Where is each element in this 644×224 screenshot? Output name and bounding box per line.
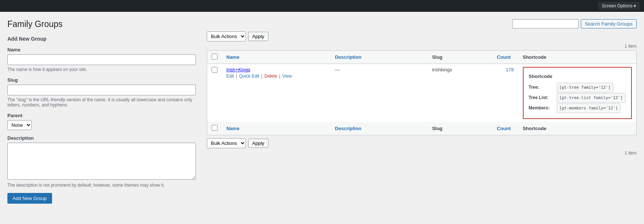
row-description: — — [335, 67, 340, 72]
form-heading: Add New Group — [7, 36, 196, 42]
tree-label: Tree: — [529, 84, 554, 92]
top-bulk-bar: Bulk Actions Apply — [207, 31, 637, 41]
shortcode-panel: Shortcode Tree: [gt-tree family='12'] Tr… — [523, 67, 632, 119]
items-count: 1 item — [207, 44, 637, 49]
footer-name-col: Name — [222, 122, 330, 135]
name-row: Name The name is how it appears on your … — [7, 47, 196, 72]
parent-select[interactable]: None — [7, 120, 32, 130]
shortcode-header-label: Shortcode — [523, 54, 547, 60]
members-label: Members: — [529, 104, 554, 112]
members-shortcode-row: Members: [gt-members family='12'] — [529, 103, 626, 113]
description-sort-link[interactable]: Description — [335, 54, 362, 60]
shortcode-title: Shortcode — [529, 72, 626, 81]
footer-checkbox-col — [207, 122, 222, 135]
select-all-checkbox[interactable] — [212, 54, 217, 60]
quick-edit-link[interactable]: Quick Edit — [239, 74, 259, 79]
footer-name-link[interactable]: Name — [226, 126, 239, 131]
tree-list-label: Tree List: — [529, 94, 554, 102]
row-name-cell: Irish+Kings Edit | Quick Edit | Delete |… — [222, 64, 330, 122]
top-bulk-select[interactable]: Bulk Actions — [207, 31, 246, 41]
separator-1: | — [236, 74, 238, 79]
top-apply-button[interactable]: Apply — [248, 32, 268, 41]
separator-3: | — [279, 74, 281, 79]
footer-count-link[interactable]: Count — [497, 126, 511, 131]
row-shortcode-cell: Shortcode Tree: [gt-tree family='12'] Tr… — [518, 64, 637, 122]
main-wrap: Family Groups Add New Group Name The nam… — [0, 12, 644, 204]
slug-header-label: Slug — [432, 54, 442, 60]
footer-shortcode-label: Shortcode — [523, 126, 547, 131]
row-checkbox[interactable] — [212, 67, 217, 73]
bottom-bulk-select[interactable]: Bulk Actions — [207, 138, 246, 148]
slug-label: Slug — [7, 77, 196, 83]
count-sort-link[interactable]: Count — [497, 54, 511, 60]
header-count-col: Count — [493, 51, 518, 64]
view-link[interactable]: View — [282, 74, 292, 79]
footer-select-all-checkbox[interactable] — [212, 125, 217, 131]
group-name-link[interactable]: Irish+Kings — [226, 67, 250, 72]
footer-slug-label: Slug — [432, 126, 442, 131]
tree-shortcode-row: Tree: [gt-tree family='12'] — [529, 83, 626, 92]
row-count-cell: 178 — [493, 64, 518, 122]
description-row: Description The description is not promi… — [7, 135, 196, 188]
name-help: The name is how it appears on your site. — [7, 67, 196, 72]
footer-description-link[interactable]: Description — [335, 126, 362, 131]
edit-link[interactable]: Edit — [226, 74, 234, 79]
tree-code[interactable]: [gt-tree family='12'] — [557, 83, 613, 92]
row-description-cell: — — [330, 64, 428, 122]
row-actions: Edit | Quick Edit | Delete | View — [226, 74, 326, 79]
groups-table: Name Description Slug Count Shortcode — [207, 50, 637, 135]
description-label: Description — [7, 135, 196, 141]
parent-label: Parent — [7, 113, 196, 118]
footer-description-col: Description — [330, 122, 428, 135]
description-textarea[interactable] — [7, 143, 196, 180]
row-slug-cell: irishkings — [428, 64, 492, 122]
separator-2: | — [261, 74, 264, 79]
table-header-row: Name Description Slug Count Shortcode — [207, 51, 637, 64]
table-row: Irish+Kings Edit | Quick Edit | Delete |… — [207, 64, 637, 122]
tree-list-shortcode-row: Tree List: [gt-tree-list family='12'] — [529, 93, 626, 103]
slug-row: Slug The "slug" is the URL-friendly vers… — [7, 77, 196, 108]
header-shortcode-col: Shortcode — [518, 51, 637, 64]
header-checkbox-col — [207, 51, 222, 64]
table-footer-row: Name Description Slug Count Shortcode — [207, 122, 637, 135]
footer-slug-col: Slug — [428, 122, 492, 135]
left-column: Family Groups Add New Group Name The nam… — [7, 19, 207, 204]
footer-count-col: Count — [493, 122, 518, 135]
name-input[interactable] — [7, 54, 196, 65]
row-checkbox-cell — [207, 64, 222, 122]
bottom-items-count: 1 item — [207, 150, 637, 156]
tree-list-code[interactable]: [gt-tree-list family='12'] — [557, 93, 626, 103]
count-link[interactable]: 178 — [506, 67, 514, 72]
header-slug-col: Slug — [428, 51, 492, 64]
footer-shortcode-col: Shortcode — [518, 122, 637, 135]
page-title: Family Groups — [7, 19, 196, 29]
row-slug: irishkings — [432, 67, 452, 72]
header-name-col: Name — [222, 51, 330, 64]
slug-input[interactable] — [7, 85, 196, 95]
add-new-group-button[interactable]: Add New Group — [7, 193, 52, 204]
parent-row: Parent None — [7, 113, 196, 130]
search-button[interactable]: Search Family Groups — [581, 19, 637, 28]
search-area: Search Family Groups — [207, 19, 637, 28]
add-new-group-section: Add New Group Name The name is how it ap… — [7, 36, 196, 204]
members-code[interactable]: [gt-members family='12'] — [557, 103, 621, 113]
name-sort-link[interactable]: Name — [226, 54, 239, 60]
name-label: Name — [7, 47, 196, 52]
search-input[interactable] — [512, 19, 579, 28]
right-column: Search Family Groups Bulk Actions Apply … — [207, 19, 637, 204]
screen-options-button[interactable]: Screen Options ▾ — [598, 2, 640, 10]
slug-help: The "slug" is the URL-friendly version o… — [7, 97, 196, 108]
bottom-apply-button[interactable]: Apply — [248, 139, 268, 148]
delete-link[interactable]: Delete — [264, 74, 277, 79]
bottom-bulk-bar: Bulk Actions Apply — [207, 138, 637, 148]
description-help: The description is not prominent by defa… — [7, 183, 196, 188]
admin-bar: Screen Options ▾ — [0, 0, 644, 12]
header-description-col: Description — [330, 51, 428, 64]
